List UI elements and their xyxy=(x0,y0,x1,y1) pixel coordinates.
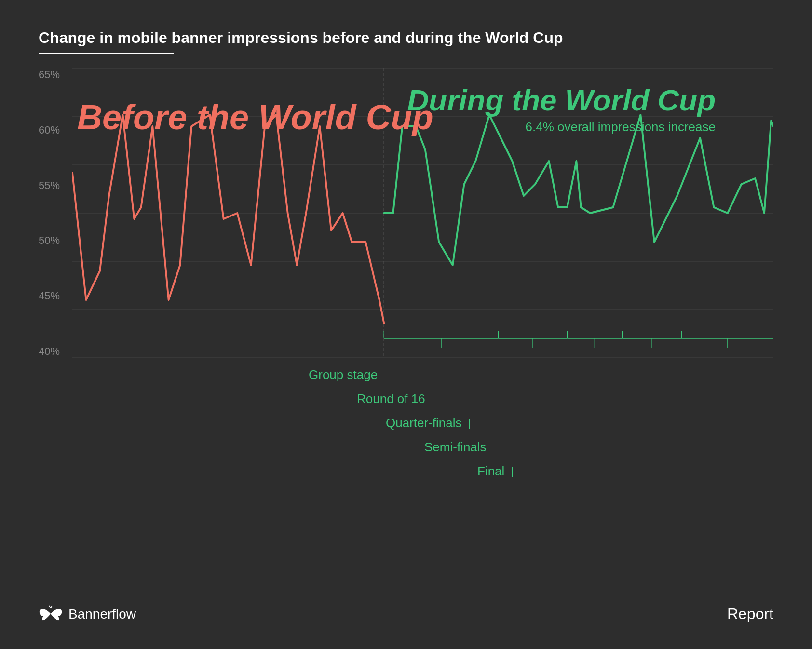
bannerflow-logo-icon xyxy=(39,603,63,625)
y-label-45: 45% xyxy=(39,290,60,302)
logo-text: Bannerflow xyxy=(68,607,136,622)
stage-group: Group stage xyxy=(309,367,385,382)
during-subtitle: 6.4% overall impressions increase xyxy=(407,120,716,135)
y-label-55: 55% xyxy=(39,179,60,192)
svg-line-28 xyxy=(49,606,51,608)
y-label-50: 50% xyxy=(39,234,60,247)
before-label: Before the World Cup xyxy=(77,97,433,137)
y-label-40: 40% xyxy=(39,345,60,358)
title-underline xyxy=(39,53,174,54)
y-label-65: 65% xyxy=(39,68,60,81)
report-text: Report xyxy=(727,605,773,623)
during-label: During the World Cup 6.4% overall impres… xyxy=(407,83,716,135)
during-title: During the World Cup xyxy=(407,83,716,117)
stage-round16: Round of 16 xyxy=(357,392,433,406)
stage-quarter: Quarter-finals xyxy=(386,416,470,431)
stage-semi: Semi-finals xyxy=(424,440,494,455)
y-label-60: 60% xyxy=(39,124,60,136)
logo-area: Bannerflow xyxy=(39,603,136,625)
footer: Bannerflow Report xyxy=(39,603,773,625)
main-title: Change in mobile banner impressions befo… xyxy=(39,29,773,47)
svg-line-29 xyxy=(51,606,52,608)
chart-area: Before the World Cup During the World Cu… xyxy=(39,68,773,445)
y-axis-labels: 65% 60% 55% 50% 45% 40% xyxy=(39,68,60,358)
stage-final: Final xyxy=(477,464,513,479)
title-section: Change in mobile banner impressions befo… xyxy=(39,29,773,54)
